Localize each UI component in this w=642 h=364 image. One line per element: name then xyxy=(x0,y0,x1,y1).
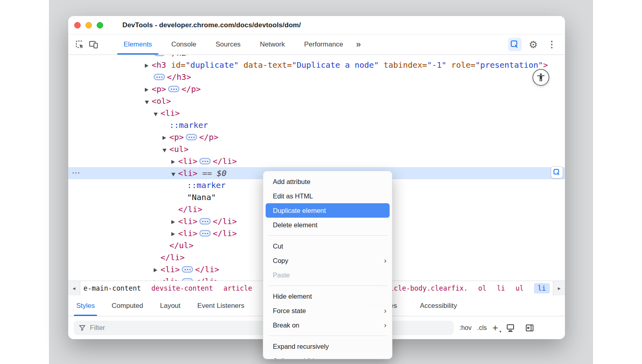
breadcrumb-item-devsite-content[interactable]: devsite-content xyxy=(151,284,213,292)
ellipsis-icon[interactable] xyxy=(199,230,211,237)
dom-segment-tag: </li> xyxy=(178,204,202,214)
dom-tree-row[interactable]: <p></p> xyxy=(68,83,565,95)
close-button[interactable] xyxy=(74,22,81,28)
breadcrumb-scroll-left-icon[interactable]: ◀ xyxy=(68,281,80,295)
filter-funnel-icon xyxy=(79,324,86,332)
filter-placeholder: Filter xyxy=(90,324,105,332)
dom-segment-tag: </h2> xyxy=(167,55,191,58)
dom-segment-tag: </li> xyxy=(213,156,237,166)
tab-styles[interactable]: Styles xyxy=(76,295,95,316)
disclosure-triangle-icon[interactable] xyxy=(171,229,178,238)
disclosure-triangle-icon[interactable] xyxy=(145,60,152,70)
breadcrumb-item-li-1[interactable]: li xyxy=(497,284,505,292)
menu-divider xyxy=(268,235,387,236)
dom-tree-row[interactable]: <h3 id="duplicate" data-text="Duplicate … xyxy=(68,59,565,71)
dom-tree-row[interactable]: </h2> xyxy=(68,55,565,59)
tab-performance[interactable]: Performance xyxy=(295,34,353,55)
zoom-button[interactable] xyxy=(97,22,103,28)
more-tabs-icon[interactable]: » xyxy=(356,39,361,50)
dom-tree-row[interactable]: <li></li> xyxy=(68,155,565,167)
tab-elements[interactable]: Elements xyxy=(114,34,162,55)
breadcrumb-item-ol[interactable]: ol xyxy=(478,284,486,292)
submenu-chevron-icon: › xyxy=(384,307,386,315)
menu-item-edit-as-html[interactable]: Edit as HTML xyxy=(263,189,392,203)
menu-item-delete-element[interactable]: Delete element xyxy=(263,218,392,232)
dom-segment-text: "Nana" xyxy=(187,192,216,202)
arrow-square-icon[interactable] xyxy=(551,166,563,178)
dom-segment-tag: <li> xyxy=(178,168,197,178)
device-toolbar-icon[interactable] xyxy=(87,38,100,51)
menu-item-collapse-children[interactable]: Collapse children xyxy=(263,354,392,359)
disclosure-triangle-icon[interactable] xyxy=(163,144,169,154)
tab-sources[interactable]: Sources xyxy=(206,34,250,55)
accessibility-person-icon[interactable] xyxy=(532,69,549,86)
breadcrumb-scroll-right-icon[interactable]: ▶ xyxy=(553,281,565,295)
ellipsis-icon[interactable] xyxy=(154,55,165,56)
disclosure-triangle-icon[interactable] xyxy=(145,84,152,94)
menu-item-label: Paste xyxy=(273,271,386,279)
disclosure-triangle-icon[interactable] xyxy=(171,216,178,226)
disclosure-triangle-icon[interactable] xyxy=(171,168,178,178)
settings-gear-icon[interactable]: ⚙ xyxy=(526,38,540,51)
disclosure-triangle-icon[interactable] xyxy=(171,156,178,166)
context-menu: Add attributeEdit as HTMLDuplicate eleme… xyxy=(263,171,392,359)
menu-item-force-state[interactable]: Force state› xyxy=(263,303,392,318)
dom-tree-row[interactable]: <ol> xyxy=(68,95,565,107)
ellipsis-icon[interactable] xyxy=(186,134,197,140)
new-style-rule-button[interactable]: +▾ xyxy=(492,323,498,333)
breadcrumb-item-main-content[interactable]: e-main-content xyxy=(83,284,141,292)
kebab-menu-icon[interactable]: ⋮ xyxy=(545,38,559,51)
tab-computed[interactable]: Computed xyxy=(112,295,143,316)
disclosure-triangle-icon[interactable] xyxy=(145,96,152,106)
traffic-lights xyxy=(68,22,103,28)
menu-item-label: Expand recursively xyxy=(273,343,386,350)
tab-console[interactable]: Console xyxy=(162,34,206,55)
dom-segment-attr: role= xyxy=(447,60,475,70)
disclosure-triangle-icon[interactable] xyxy=(154,108,160,118)
toggle-class-button[interactable]: .cls xyxy=(477,324,487,332)
arrow-square-icon[interactable] xyxy=(508,38,522,51)
disclosure-triangle-icon[interactable] xyxy=(163,132,169,142)
menu-item-cut[interactable]: Cut xyxy=(263,239,392,253)
ellipsis-icon[interactable] xyxy=(199,158,211,164)
ellipsis-icon[interactable] xyxy=(168,86,179,92)
minimize-button[interactable] xyxy=(85,22,92,28)
ellipsis-icon[interactable] xyxy=(182,278,193,281)
dom-segment-attr: data-text= xyxy=(239,60,292,70)
toggle-hover-state-button[interactable]: :hov xyxy=(459,324,471,332)
breadcrumb-item-ul[interactable]: ul xyxy=(516,284,524,292)
row-overflow-icon[interactable]: ⋯ xyxy=(72,168,80,178)
display-emulation-icon[interactable] xyxy=(504,321,517,335)
dom-segment-val: "presentation" xyxy=(475,60,543,70)
menu-item-label: Force state xyxy=(273,307,384,315)
menu-item-expand-recursively[interactable]: Expand recursively xyxy=(263,339,392,354)
dom-tree-row[interactable]: <ul> xyxy=(68,143,565,155)
menu-item-break-on[interactable]: Break on› xyxy=(263,318,392,332)
menu-divider xyxy=(268,285,387,286)
breadcrumb-item-li-2[interactable]: li xyxy=(534,283,549,293)
disclosure-triangle-icon[interactable] xyxy=(154,265,160,274)
menu-item-duplicate-element[interactable]: Duplicate element xyxy=(266,203,390,218)
ellipsis-icon[interactable] xyxy=(182,266,193,273)
dom-segment-pseudo: ::marker xyxy=(187,180,226,190)
inspect-element-icon[interactable] xyxy=(73,38,87,51)
dom-tree-row[interactable]: <p></p> xyxy=(68,131,565,143)
dom-segment-tag: </p> xyxy=(199,132,218,142)
dom-segment-tag: </li> xyxy=(160,253,185,262)
tab-network[interactable]: Network xyxy=(250,34,295,55)
tab-accessibility[interactable]: Accessibility xyxy=(420,295,457,316)
tab-layout[interactable]: Layout xyxy=(160,295,181,316)
ellipsis-icon[interactable] xyxy=(154,74,165,80)
dock-sidebar-icon[interactable] xyxy=(523,321,536,335)
dom-tree-row[interactable]: <li> xyxy=(68,107,565,119)
dom-tree-row[interactable]: </h3> xyxy=(68,71,565,83)
breadcrumb-item-article[interactable]: article xyxy=(223,284,252,292)
disclosure-triangle-icon[interactable] xyxy=(154,277,160,281)
menu-item-paste: Paste xyxy=(263,268,392,282)
dom-tree-row[interactable]: ::marker xyxy=(68,119,565,131)
tab-event-listeners[interactable]: Event Listeners xyxy=(197,295,244,316)
menu-item-add-attribute[interactable]: Add attribute xyxy=(263,174,392,189)
menu-item-copy[interactable]: Copy› xyxy=(263,253,392,268)
menu-item-hide-element[interactable]: Hide element xyxy=(263,289,392,303)
ellipsis-icon[interactable] xyxy=(199,218,211,224)
